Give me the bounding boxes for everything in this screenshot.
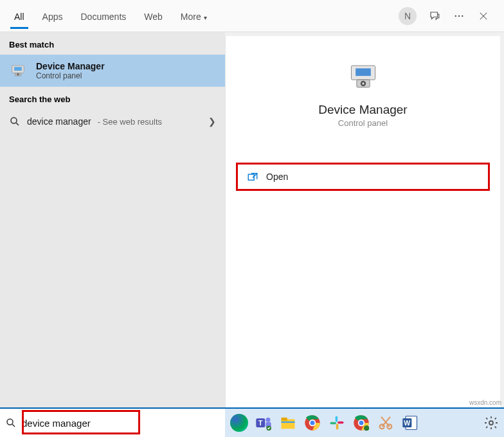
svg-point-2	[462, 15, 463, 16]
svg-point-9	[11, 118, 17, 123]
word-icon[interactable]: W	[401, 414, 419, 432]
tab-documents[interactable]: Documents	[71, 4, 135, 28]
svg-text:W: W	[404, 419, 410, 427]
open-icon	[247, 171, 258, 183]
svg-rect-12	[356, 68, 371, 76]
svg-point-37	[364, 425, 369, 431]
search-web-label: Search the web	[0, 87, 225, 109]
tab-web[interactable]: Web	[135, 4, 172, 28]
snip-icon[interactable]	[377, 414, 395, 432]
slack-icon[interactable]	[328, 414, 346, 432]
svg-point-0	[455, 15, 456, 16]
svg-rect-32	[336, 424, 339, 429]
search-icon	[9, 116, 21, 127]
best-match-label: Best match	[0, 32, 225, 55]
chevron-down-icon: ▾	[204, 14, 207, 21]
device-manager-icon	[9, 62, 27, 80]
file-explorer-icon[interactable]	[279, 414, 297, 432]
chevron-right-icon: ❯	[208, 116, 216, 127]
detail-panel: Device Manager Control panel Open	[225, 36, 500, 407]
web-result-suffix: - See web results	[98, 117, 162, 127]
more-options-icon[interactable]	[453, 10, 465, 22]
web-result-text: device manager	[27, 116, 91, 127]
svg-point-21	[266, 418, 271, 422]
web-result-item[interactable]: device manager - See web results ❯	[0, 109, 225, 134]
svg-line-10	[16, 123, 19, 125]
avatar[interactable]: N	[399, 7, 417, 25]
edge-icon[interactable]	[230, 414, 248, 432]
svg-rect-33	[338, 422, 343, 424]
device-manager-large-icon	[346, 59, 381, 94]
results-panel: Best match Device Manager Control panel …	[0, 32, 225, 407]
bottom-bar: T W	[0, 407, 504, 437]
svg-rect-25	[282, 418, 287, 421]
svg-rect-31	[330, 422, 336, 425]
svg-point-1	[458, 15, 460, 16]
svg-point-43	[489, 421, 493, 425]
taskbar: T W	[225, 409, 504, 437]
svg-point-8	[17, 73, 19, 76]
search-icon	[5, 417, 17, 429]
svg-point-17	[7, 419, 13, 425]
svg-line-18	[12, 424, 15, 427]
detail-subtitle: Control panel	[226, 118, 500, 128]
best-match-subtitle: Control panel	[36, 71, 105, 80]
svg-rect-30	[336, 416, 338, 422]
svg-text:T: T	[258, 419, 263, 427]
svg-point-15	[362, 82, 364, 84]
teams-icon[interactable]: T	[255, 414, 273, 432]
chrome-canary-icon[interactable]	[352, 414, 370, 432]
svg-point-29	[310, 421, 315, 425]
close-icon[interactable]	[477, 10, 490, 22]
search-box[interactable]	[0, 409, 225, 437]
best-match-title: Device Manager	[36, 61, 105, 71]
open-label: Open	[266, 172, 288, 182]
search-tabs: All Apps Documents Web More▾ N	[0, 0, 504, 32]
feedback-icon[interactable]	[428, 10, 441, 22]
tab-apps[interactable]: Apps	[33, 4, 72, 28]
settings-icon[interactable]	[483, 415, 499, 431]
tab-all[interactable]: All	[5, 4, 33, 28]
watermark: wsxdn.com	[469, 399, 501, 406]
chrome-icon[interactable]	[303, 414, 321, 432]
tab-more[interactable]: More▾	[172, 4, 216, 28]
detail-title: Device Manager	[226, 103, 500, 117]
search-input[interactable]	[22, 418, 220, 429]
open-button[interactable]: Open	[236, 163, 490, 191]
svg-point-36	[359, 421, 364, 425]
best-match-item[interactable]: Device Manager Control panel	[0, 55, 225, 87]
svg-rect-6	[14, 67, 22, 71]
svg-rect-26	[282, 422, 295, 423]
tab-more-label: More	[181, 12, 201, 22]
